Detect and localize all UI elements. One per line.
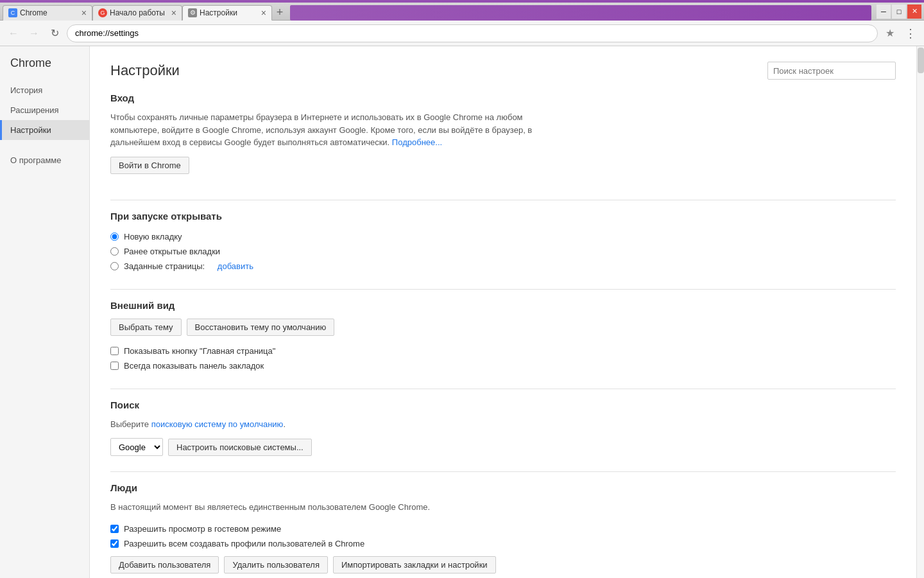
url-input[interactable]: [67, 24, 878, 42]
signin-title: Вход: [110, 92, 896, 103]
search-description: Выберите поисковую систему по умолчанию.: [110, 418, 560, 431]
sidebar-item-extensions-label: Расширения: [10, 105, 59, 115]
sidebar-item-settings-label: Настройки: [10, 125, 51, 135]
scrollbar[interactable]: [916, 46, 924, 578]
startup-option-restore-label: Ранее открытые вкладки: [124, 247, 220, 256]
close-button[interactable]: ✕: [907, 4, 921, 19]
sidebar-item-history[interactable]: История: [0, 80, 89, 100]
search-title: Поиск: [110, 399, 896, 410]
startup-radio-group: Новую вкладку Ранее открытые вкладки Зад…: [110, 229, 896, 274]
tab-settings[interactable]: ⚙ Настройки ×: [182, 5, 272, 21]
divider-1: [110, 200, 896, 200]
startup-radio-new-tab[interactable]: [110, 232, 119, 241]
startup-option-new-tab[interactable]: Новую вкладку: [110, 229, 896, 244]
signin-button[interactable]: Войти в Chrome: [110, 157, 189, 174]
import-button[interactable]: Импортировать закладки и настройки: [333, 556, 496, 574]
signin-more-link[interactable]: Подробнее...: [392, 137, 442, 147]
startup-radio-restore[interactable]: [110, 247, 119, 256]
search-engine-row: Google Яндекс Bing Настроить поисковые с…: [110, 438, 896, 456]
tab-start-favicon: G: [98, 8, 107, 17]
startup-title: При запуске открывать: [110, 211, 896, 222]
reload-button[interactable]: ↻: [46, 25, 63, 42]
create-profiles-label: Разрешить всем создавать профили пользов…: [124, 539, 364, 548]
choose-theme-button[interactable]: Выбрать тему: [110, 319, 182, 336]
search-engine-link[interactable]: поисковую систему по умолчанию: [151, 419, 284, 429]
sidebar-item-settings[interactable]: Настройки: [0, 120, 89, 140]
startup-option-new-tab-label: Новую вкладку: [124, 232, 182, 241]
guest-mode-input[interactable]: [110, 525, 119, 533]
sidebar-item-extensions[interactable]: Расширения: [0, 100, 89, 120]
scrollbar-thumb[interactable]: [918, 48, 924, 73]
settings-header: Настройки: [110, 62, 896, 80]
remove-user-button[interactable]: Удалить пользователя: [224, 556, 328, 574]
sidebar-brand: Chrome: [0, 57, 89, 80]
people-buttons: Добавить пользователя Удалить пользовате…: [110, 556, 896, 574]
people-title: Люди: [110, 482, 896, 493]
startup-radio-pages[interactable]: [110, 262, 119, 270]
new-tab-button[interactable]: +: [272, 5, 287, 21]
tab-start-title: Начало работы: [110, 8, 169, 17]
tab-settings-title: Настройки: [200, 8, 259, 17]
section-search: Поиск Выберите поисковую систему по умол…: [110, 399, 896, 457]
tab-bar: C Chrome × G Начало работы × ⚙ Настройки…: [3, 3, 871, 21]
tab-start[interactable]: G Начало работы ×: [92, 5, 182, 21]
create-profiles-input[interactable]: [110, 539, 119, 548]
guest-mode-label: Разрешить просмотр в гостевом режиме: [124, 524, 281, 534]
main-content: Chrome История Расширения Настройки О пр…: [0, 46, 924, 578]
show-home-input[interactable]: [110, 347, 119, 355]
title-bar: C Chrome × G Начало работы × ⚙ Настройки…: [0, 3, 924, 21]
section-startup: При запуске открывать Новую вкладку Ране…: [110, 211, 896, 274]
tab-settings-close[interactable]: ×: [261, 8, 266, 18]
tab-chrome-title: Chrome: [20, 8, 79, 17]
show-bookmarks-checkbox[interactable]: Всегда показывать панель закладок: [110, 358, 896, 373]
settings-content: Настройки Вход Чтобы сохранять личные па…: [90, 46, 916, 578]
sidebar-item-about[interactable]: О программе: [0, 150, 89, 170]
maximize-button[interactable]: □: [892, 4, 906, 19]
restore-theme-button[interactable]: Восстановить тему по умолчанию: [187, 319, 335, 336]
show-bookmarks-label: Всегда показывать панель закладок: [124, 361, 264, 371]
startup-option-pages-label: Заданные страницы:: [124, 261, 205, 271]
sidebar: Chrome История Расширения Настройки О пр…: [0, 46, 90, 578]
divider-3: [110, 389, 896, 389]
tab-chrome-close[interactable]: ×: [81, 8, 87, 18]
menu-button[interactable]: ⋮: [902, 25, 919, 42]
show-bookmarks-input[interactable]: [110, 362, 119, 370]
section-people: Люди В настоящий момент вы являетесь еди…: [110, 482, 896, 574]
section-appearance: Внешний вид Выбрать тему Восстановить те…: [110, 300, 896, 373]
browser-frame: C Chrome × G Начало работы × ⚙ Настройки…: [0, 0, 924, 578]
show-home-label: Показывать кнопку "Главная страница": [124, 346, 275, 356]
signin-description: Чтобы сохранять личные параметры браузер…: [110, 111, 560, 149]
divider-2: [110, 289, 896, 290]
tab-chrome[interactable]: C Chrome ×: [3, 5, 92, 21]
guest-mode-checkbox[interactable]: Разрешить просмотр в гостевом режиме: [110, 521, 896, 536]
forward-button[interactable]: →: [26, 25, 42, 42]
add-user-button[interactable]: Добавить пользователя: [110, 556, 219, 574]
tab-settings-favicon: ⚙: [188, 8, 197, 17]
appearance-buttons: Выбрать тему Восстановить тему по умолча…: [110, 319, 896, 336]
sidebar-item-about-label: О программе: [10, 155, 62, 165]
tab-chrome-favicon: C: [8, 8, 17, 17]
bookmark-star[interactable]: ★: [882, 25, 898, 42]
back-button[interactable]: ←: [5, 25, 22, 42]
startup-option-pages: Заданные страницы: добавить: [110, 259, 896, 274]
divider-4: [110, 471, 896, 472]
section-signin: Вход Чтобы сохранять личные параметры бр…: [110, 92, 896, 184]
people-info: В настоящий момент вы являетесь единстве…: [110, 501, 560, 514]
create-profiles-checkbox[interactable]: Разрешить всем создавать профили пользов…: [110, 536, 896, 551]
show-home-checkbox[interactable]: Показывать кнопку "Главная страница": [110, 344, 896, 358]
startup-add-pages-link[interactable]: добавить: [218, 261, 253, 271]
address-bar: ← → ↻ ★ ⋮: [0, 21, 924, 46]
window-controls: ─ □ ✕: [877, 4, 921, 19]
appearance-title: Внешний вид: [110, 300, 896, 311]
tab-start-close[interactable]: ×: [171, 8, 176, 18]
tab-overflow-area: [290, 5, 871, 21]
startup-option-restore[interactable]: Ранее открытые вкладки: [110, 244, 896, 259]
search-engine-select[interactable]: Google Яндекс Bing: [110, 438, 163, 456]
page-title: Настройки: [110, 62, 180, 79]
search-input[interactable]: [767, 62, 896, 80]
sidebar-item-history-label: История: [10, 85, 42, 95]
minimize-button[interactable]: ─: [877, 4, 891, 19]
configure-search-button[interactable]: Настроить поисковые системы...: [168, 439, 312, 456]
